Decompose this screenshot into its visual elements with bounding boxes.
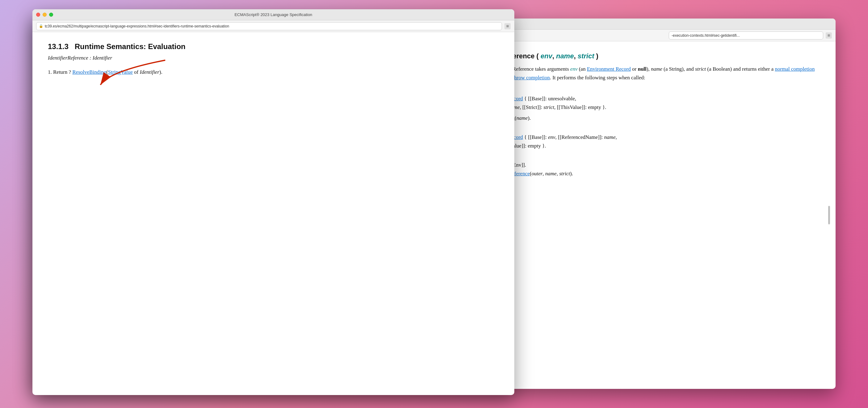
translate-icon[interactable]: ⊞ [504,23,510,29]
front-browser-content: 13.1.3 Runtime Semantics: Evaluation Ide… [32,32,514,87]
lock-icon: 🔒 [39,24,43,28]
right-env-arg: env [570,66,578,72]
front-section-number: 13.1.3 [48,42,69,50]
front-section-subtitle: IdentifierReference : Identifier [48,54,499,62]
resolve-binding-link[interactable]: ResolveBinding [72,69,106,75]
front-step-1: 1. Return ? ResolveBinding(StringValue o… [48,68,499,76]
front-address-bar-row: 🔒 tc39.es/ecma262/multipage/ecmascript-l… [32,21,514,32]
front-section-title: Runtime Semantics: Evaluation [75,42,186,50]
string-value-link[interactable]: StringValue [108,69,133,75]
right-name-i2: name [517,115,528,121]
front-step-1-num: 1. Return ? [48,69,72,75]
right-strict-arg: strict [695,66,706,72]
right-name-param: name [556,52,574,60]
front-step-1-of: of Identifier). [133,69,162,75]
right-throw-link[interactable]: throw completion [513,75,550,80]
maximize-button[interactable] [49,13,53,17]
back-address-bar-right[interactable]: -execution-contexts.html#sec-getidentifi… [669,32,823,39]
right-name-i4: name [545,171,557,176]
minimize-button[interactable] [43,13,46,17]
right-name-arg: name [651,66,662,72]
front-section-header: 13.1.3 Runtime Semantics: Evaluation [48,41,499,53]
right-env-i3: env [548,134,555,140]
close-button[interactable] [36,13,40,17]
right-env-param: env [540,52,552,60]
right-name-i3: name [604,134,616,140]
back-translate-icon[interactable]: ⊞ [826,32,832,39]
front-window-title: ECMAScript® 2023 Language Specification [235,12,312,17]
right-strict-i3: strict [559,171,570,176]
right-null-bold: null [638,66,647,72]
right-env-record-link[interactable]: Environment Record [587,66,631,72]
front-address-bar[interactable]: 🔒 tc39.es/ecma262/multipage/ecmascript-l… [36,22,502,30]
front-title-bar: ECMAScript® 2023 Language Specification [32,9,514,21]
back-url-right: -execution-contexts.html#sec-getidentifi… [672,33,740,38]
right-scrollbar[interactable] [828,206,830,225]
right-strict-param: strict [578,52,594,60]
front-url: tc39.es/ecma262/multipage/ecmascript-lan… [45,24,229,28]
right-outer-i2: outer [532,171,543,176]
right-strict-i1: strict [544,104,554,110]
front-traffic-lights [36,13,53,17]
front-browser-window: ECMAScript® 2023 Language Specification … [32,9,514,395]
